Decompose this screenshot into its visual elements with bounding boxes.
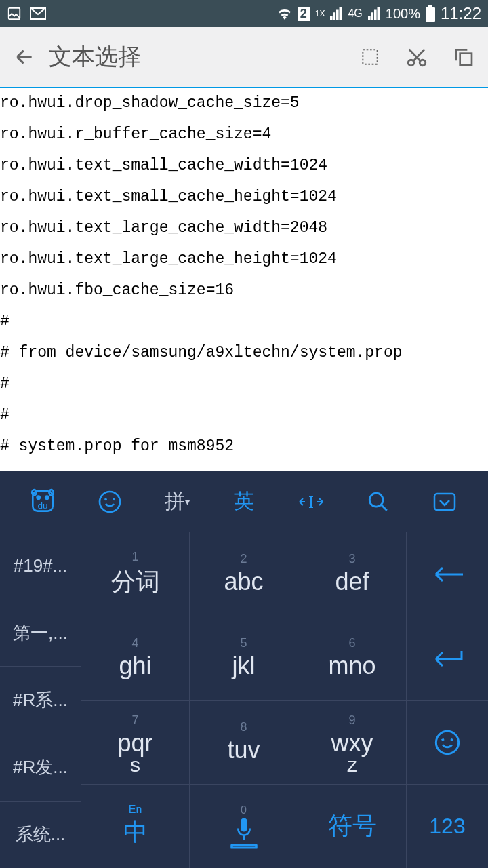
battery-percent: 100%	[386, 6, 420, 22]
wifi-icon	[277, 7, 292, 20]
mail-icon	[30, 7, 46, 20]
code-line[interactable]: ro.hwui.text_small_cache_height=1024	[0, 189, 488, 205]
signal-icon-1	[330, 7, 342, 20]
battery-icon	[426, 5, 435, 22]
code-line[interactable]: #	[0, 408, 488, 423]
keyboard-toolbar: du 拼▾ 英	[0, 471, 488, 532]
key-4-ghi[interactable]: 4ghi	[81, 616, 190, 700]
suggestion-item[interactable]: #19#...	[0, 532, 81, 599]
code-line[interactable]: ro.hwui.r_buffer_cache_size=4	[0, 127, 488, 142]
key-9-wxyz[interactable]: 9wxyz	[298, 701, 407, 784]
svg-point-13	[100, 492, 120, 512]
cut-button[interactable]	[405, 45, 428, 68]
numeric-key[interactable]: 123	[407, 785, 488, 868]
code-line[interactable]: ro.hwui.text_small_cache_width=1024	[0, 158, 488, 174]
image-icon	[7, 6, 22, 21]
svg-text:du: du	[38, 500, 48, 511]
svg-rect-0	[9, 8, 20, 20]
code-line[interactable]: ro.hwui.drop_shadow_cache_size=5	[0, 96, 488, 111]
code-line[interactable]: ro.hwui.fbo_cache_size=16	[0, 283, 488, 298]
collapse-keyboard-button[interactable]	[421, 488, 468, 515]
svg-point-8	[37, 496, 40, 498]
keyboard-grid: 1分词 2abc 3def 4ghi 5jkl 6mno 7pqrs 8tuv …	[81, 532, 488, 868]
suggestion-item[interactable]: #R发...	[0, 734, 81, 802]
svg-point-16	[436, 731, 458, 753]
svg-rect-3	[426, 7, 435, 22]
code-line[interactable]: # system.prop for msm8952	[0, 439, 488, 454]
pinyin-mode[interactable]: 拼▾	[153, 488, 201, 515]
key-6-mno[interactable]: 6mno	[298, 616, 407, 700]
backspace-key[interactable]	[407, 532, 488, 616]
code-line[interactable]: ro.hwui.text_large_cache_width=2048	[0, 220, 488, 236]
key-8-tuv[interactable]: 8tuv	[190, 701, 298, 784]
suggestion-item[interactable]: 第一,...	[0, 599, 81, 667]
suggestion-item[interactable]: #R系...	[0, 667, 81, 734]
svg-point-14	[369, 493, 383, 507]
english-mode[interactable]: 英	[220, 488, 268, 515]
svg-point-9	[46, 496, 49, 498]
svg-rect-15	[434, 494, 455, 510]
app-bar: 文本选择	[0, 27, 488, 88]
code-line[interactable]: #	[0, 314, 488, 330]
svg-rect-17	[241, 818, 247, 831]
svg-rect-7	[460, 54, 472, 65]
voice-key[interactable]: 0	[190, 785, 298, 868]
back-button[interactable]	[14, 46, 35, 68]
svg-point-5	[408, 60, 414, 66]
clock: 11:22	[441, 4, 481, 23]
svg-rect-2	[428, 5, 432, 7]
status-bar: 2 1X 4G 100% 11:22	[0, 0, 488, 27]
enter-key[interactable]	[407, 616, 488, 700]
code-line[interactable]: # from device/samsung/a9xltechn/system.p…	[0, 345, 488, 361]
key-7-pqrs[interactable]: 7pqrs	[81, 701, 190, 784]
code-line[interactable]: ro.hwui.text_large_cache_height=1024	[0, 252, 488, 267]
key-3-def[interactable]: 3def	[298, 532, 407, 616]
network-label: 4G	[348, 7, 362, 20]
symbol-key[interactable]: 符号	[298, 785, 407, 868]
sim-indicator: 2	[298, 7, 310, 21]
suggestion-item[interactable]: 系统...	[0, 802, 81, 868]
cursor-mode-button[interactable]	[287, 492, 335, 512]
svg-rect-4	[363, 50, 377, 64]
svg-point-6	[420, 60, 426, 66]
baidu-logo-icon[interactable]: du	[19, 488, 66, 516]
signal-icon-2	[368, 7, 380, 20]
key-5-jkl[interactable]: 5jkl	[190, 616, 298, 700]
code-line[interactable]: #	[0, 376, 488, 392]
search-button[interactable]	[354, 490, 402, 513]
language-toggle-key[interactable]: En中	[81, 785, 190, 868]
key-2-abc[interactable]: 2abc	[190, 532, 298, 616]
select-all-button[interactable]	[359, 46, 381, 68]
network-sub: 1X	[315, 9, 325, 18]
emoji-button[interactable]	[86, 490, 134, 514]
app-title: 文本选择	[49, 41, 359, 73]
keyboard: du 拼▾ 英 #19#... 第一,... #R系... #R发... 系统.…	[0, 471, 488, 868]
suggestion-column: #19#... 第一,... #R系... #R发... 系统...	[0, 532, 81, 868]
emoji-key[interactable]	[407, 701, 488, 784]
copy-button[interactable]	[453, 46, 474, 68]
key-1[interactable]: 1分词	[81, 532, 190, 616]
